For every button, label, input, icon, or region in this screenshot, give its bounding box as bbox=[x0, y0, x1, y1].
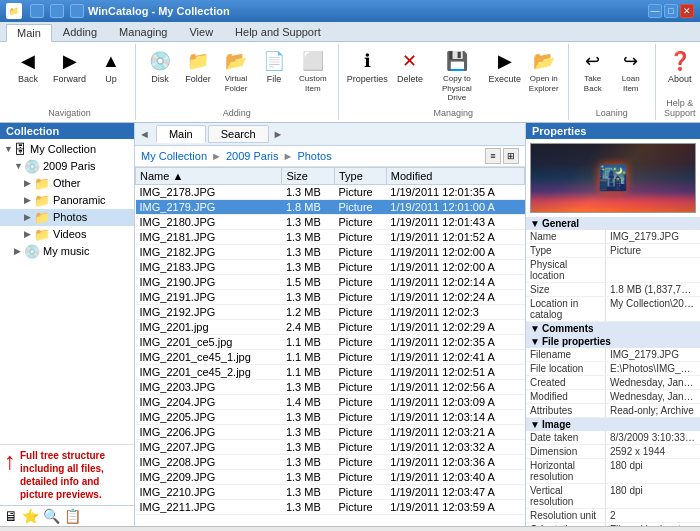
quick-access-btn2[interactable] bbox=[50, 4, 64, 18]
col-type[interactable]: Type bbox=[334, 167, 386, 184]
tree-item-photos[interactable]: ▶ 📁 Photos bbox=[0, 209, 134, 226]
take-back-button[interactable]: ↩ TakeBack bbox=[575, 46, 611, 96]
cell-type: Picture bbox=[334, 364, 386, 379]
tab-view[interactable]: View bbox=[178, 23, 224, 41]
up-button[interactable]: ▲ Up bbox=[93, 46, 129, 88]
tab-main[interactable]: Main bbox=[156, 125, 206, 143]
ribbon-group-adding: 💿 Disk 📁 Folder 📂 VirtualFolder 📄 File ⬜… bbox=[136, 44, 339, 120]
props-value bbox=[606, 258, 614, 282]
about-button[interactable]: ❓ About bbox=[662, 46, 698, 88]
view-grid-btn[interactable]: ⊞ bbox=[503, 148, 519, 164]
tab-adding[interactable]: Adding bbox=[52, 23, 108, 41]
props-section-header[interactable]: ▼File properties bbox=[526, 335, 700, 348]
table-row[interactable]: IMG_2208.JPG1.3 MBPicture1/19/2011 12:03… bbox=[136, 454, 525, 469]
table-row[interactable]: IMG_2182.JPG1.3 MBPicture1/19/2011 12:02… bbox=[136, 244, 525, 259]
sidebar-btn1[interactable]: 🖥 bbox=[4, 508, 18, 524]
col-name[interactable]: Name ▲ bbox=[136, 167, 282, 184]
close-button[interactable]: ✕ bbox=[680, 4, 694, 18]
folder-button[interactable]: 📁 Folder bbox=[180, 46, 216, 88]
thumbnail-arrow: → bbox=[693, 166, 696, 189]
quick-access-btn[interactable] bbox=[30, 4, 44, 18]
cell-type: Picture bbox=[334, 259, 386, 274]
tree-item-other[interactable]: ▶ 📁 Other bbox=[0, 175, 134, 192]
file-button[interactable]: 📄 File bbox=[256, 46, 292, 88]
props-value: My Collection\2009 Paris\... bbox=[606, 297, 700, 321]
loan-item-button[interactable]: ↪ LoanItem bbox=[613, 46, 649, 96]
table-row[interactable]: IMG_2191.JPG1.3 MBPicture1/19/2011 12:02… bbox=[136, 289, 525, 304]
tab-managing[interactable]: Managing bbox=[108, 23, 178, 41]
table-row[interactable]: IMG_2178.JPG1.3 MBPicture1/19/2011 12:01… bbox=[136, 184, 525, 199]
sidebar-btn4[interactable]: 📋 bbox=[64, 508, 81, 524]
table-row[interactable]: IMG_2211.JPG1.3 MBPicture1/19/2011 12:03… bbox=[136, 499, 525, 514]
cell-type: Picture bbox=[334, 214, 386, 229]
open-explorer-button[interactable]: 📂 Open inExplorer bbox=[526, 46, 562, 96]
tree-item-2009paris[interactable]: ▼ 💿 2009 Paris bbox=[0, 158, 134, 175]
table-row[interactable]: IMG_2192.JPG1.2 MBPicture1/19/2011 12:02… bbox=[136, 304, 525, 319]
nav-forward-small[interactable]: ► bbox=[273, 128, 284, 140]
tree-label: 2009 Paris bbox=[43, 160, 96, 172]
props-section-header[interactable]: ▼Image bbox=[526, 418, 700, 431]
tree-item-my-collection[interactable]: ▼ 🗄 My Collection bbox=[0, 141, 134, 158]
props-section-header[interactable]: ▼General bbox=[526, 217, 700, 230]
tab-help[interactable]: Help and Support bbox=[224, 23, 332, 41]
table-row[interactable]: IMG_2206.JPG1.3 MBPicture1/19/2011 12:03… bbox=[136, 424, 525, 439]
table-row[interactable]: IMG_2205.JPG1.3 MBPicture1/19/2011 12:03… bbox=[136, 409, 525, 424]
view-list-btn[interactable]: ≡ bbox=[485, 148, 501, 164]
props-key: Resolution unit bbox=[526, 509, 606, 522]
delete-button[interactable]: ✕ Delete bbox=[392, 46, 428, 88]
copy-physical-button[interactable]: 💾 Copy toPhysical Drive bbox=[430, 46, 484, 106]
sidebar-btn2[interactable]: ⭐ bbox=[22, 508, 39, 524]
disk-label: Disk bbox=[151, 74, 169, 85]
tab-main[interactable]: Main bbox=[6, 24, 52, 42]
table-row[interactable]: IMG_2201.jpg2.4 MBPicture1/19/2011 12:02… bbox=[136, 319, 525, 334]
cell-name: IMG_2191.JPG bbox=[136, 289, 282, 304]
quick-access-btn3[interactable] bbox=[70, 4, 84, 18]
virtual-folder-button[interactable]: 📂 VirtualFolder bbox=[218, 46, 254, 96]
cell-modified: 1/19/2011 12:02:24 A bbox=[386, 289, 524, 304]
expand-arrow: ▶ bbox=[24, 212, 34, 222]
table-row[interactable]: IMG_2201_ce45_1.jpg1.1 MBPicture1/19/201… bbox=[136, 349, 525, 364]
table-row[interactable]: IMG_2210.JPG1.3 MBPicture1/19/2011 12:03… bbox=[136, 484, 525, 499]
col-modified[interactable]: Modified bbox=[386, 167, 524, 184]
disk-button[interactable]: 💿 Disk bbox=[142, 46, 178, 88]
table-row[interactable]: IMG_2201_ce5.jpg1.1 MBPicture1/19/2011 1… bbox=[136, 334, 525, 349]
ribbon-group-managing: ℹ Properties ✕ Delete 💾 Copy toPhysical … bbox=[339, 44, 569, 120]
forward-button[interactable]: ▶ Forward bbox=[48, 46, 91, 88]
col-size[interactable]: Size bbox=[282, 167, 335, 184]
tree-item-videos[interactable]: ▶ 📁 Videos bbox=[0, 226, 134, 243]
minimize-button[interactable]: — bbox=[648, 4, 662, 18]
music-disk-icon: 💿 bbox=[24, 244, 40, 259]
table-row[interactable]: IMG_2183.JPG1.3 MBPicture1/19/2011 12:02… bbox=[136, 259, 525, 274]
breadcrumb-part3[interactable]: Photos bbox=[297, 150, 331, 162]
files-table: Name ▲ Size Type Modified IMG_2178.JPG1.… bbox=[135, 167, 525, 515]
tree-item-my-music[interactable]: ▶ 💿 My music bbox=[0, 243, 134, 260]
table-row[interactable]: IMG_2203.JPG1.3 MBPicture1/19/2011 12:02… bbox=[136, 379, 525, 394]
table-row[interactable]: IMG_2190.JPG1.5 MBPicture1/19/2011 12:02… bbox=[136, 274, 525, 289]
execute-button[interactable]: ▶ Execute bbox=[486, 46, 524, 88]
tree-item-panoramic[interactable]: ▶ 📁 Panoramic bbox=[0, 192, 134, 209]
table-row[interactable]: IMG_2180.JPG1.3 MBPicture1/19/2011 12:01… bbox=[136, 214, 525, 229]
cell-modified: 1/19/2011 12:03:09 A bbox=[386, 394, 524, 409]
table-row[interactable]: IMG_2207.JPG1.3 MBPicture1/19/2011 12:03… bbox=[136, 439, 525, 454]
table-row[interactable]: IMG_2179.JPG1.8 MBPicture1/19/2011 12:01… bbox=[136, 199, 525, 214]
ribbon-group-loaning: ↩ TakeBack ↪ LoanItem Loaning bbox=[569, 44, 656, 120]
breadcrumb-part1[interactable]: My Collection bbox=[141, 150, 207, 162]
table-row[interactable]: IMG_2209.JPG1.3 MBPicture1/19/2011 12:03… bbox=[136, 469, 525, 484]
tab-search[interactable]: Search bbox=[208, 125, 269, 143]
cell-modified: 1/19/2011 12:02:41 A bbox=[386, 349, 524, 364]
ribbon-group-help: ❓ About Help & Support bbox=[656, 44, 700, 120]
maximize-button[interactable]: □ bbox=[664, 4, 678, 18]
cell-modified: 1/19/2011 12:03:40 A bbox=[386, 469, 524, 484]
back-button[interactable]: ◀ Back bbox=[10, 46, 46, 88]
take-back-label: TakeBack bbox=[584, 74, 602, 93]
table-row[interactable]: IMG_2181.JPG1.3 MBPicture1/19/2011 12:01… bbox=[136, 229, 525, 244]
custom-item-button[interactable]: ⬜ CustomItem bbox=[294, 46, 332, 96]
table-row[interactable]: IMG_2204.JPG1.4 MBPicture1/19/2011 12:03… bbox=[136, 394, 525, 409]
properties-button[interactable]: ℹ Properties bbox=[345, 46, 390, 88]
breadcrumb-part2[interactable]: 2009 Paris bbox=[226, 150, 279, 162]
nav-back-small[interactable]: ◄ bbox=[139, 128, 150, 140]
props-section-header[interactable]: ▼Comments bbox=[526, 322, 700, 335]
cell-modified: 1/19/2011 12:02:51 A bbox=[386, 364, 524, 379]
table-row[interactable]: IMG_2201_ce45_2.jpg1.1 MBPicture1/19/201… bbox=[136, 364, 525, 379]
sidebar-btn3[interactable]: 🔍 bbox=[43, 508, 60, 524]
